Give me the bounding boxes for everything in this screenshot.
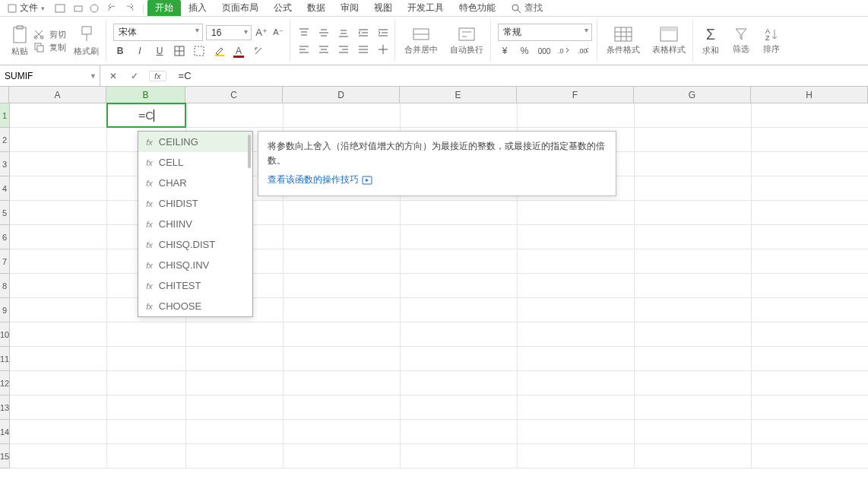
autocomplete-item[interactable]: fxCHIDIST bbox=[138, 193, 252, 214]
number-format-select[interactable]: 常规 bbox=[498, 24, 592, 41]
cell[interactable] bbox=[752, 371, 868, 395]
cell[interactable] bbox=[752, 225, 868, 249]
comma-icon[interactable]: 000 bbox=[537, 44, 551, 58]
cell[interactable] bbox=[186, 420, 284, 443]
cell[interactable] bbox=[107, 444, 186, 468]
increase-decimal-icon[interactable]: .0 bbox=[557, 44, 571, 58]
cell[interactable] bbox=[284, 249, 401, 273]
cell[interactable] bbox=[10, 249, 107, 273]
scrollbar-thumb[interactable] bbox=[248, 135, 251, 168]
autocomplete-item[interactable]: fxCHISQ.INV bbox=[138, 255, 252, 275]
cell[interactable] bbox=[752, 298, 868, 322]
cell[interactable] bbox=[107, 347, 186, 370]
save-icon[interactable] bbox=[54, 3, 68, 14]
fill-color-icon[interactable] bbox=[212, 44, 226, 58]
cut-button[interactable]: 剪切 bbox=[33, 29, 68, 40]
print-icon[interactable] bbox=[72, 3, 86, 14]
align-top-icon[interactable] bbox=[297, 26, 311, 40]
cell[interactable] bbox=[518, 249, 635, 273]
cell[interactable] bbox=[752, 103, 868, 127]
font-name-select[interactable]: 宋体 bbox=[113, 24, 203, 41]
autocomplete-item[interactable]: fxCHOOSE bbox=[138, 296, 252, 316]
cell[interactable] bbox=[635, 176, 752, 200]
filter-button[interactable]: 筛选 bbox=[730, 27, 752, 55]
menubar-tab[interactable]: 特色功能 bbox=[451, 2, 503, 14]
cell[interactable] bbox=[10, 347, 107, 370]
row-header[interactable]: 11 bbox=[0, 347, 9, 371]
decrease-font-icon[interactable]: A⁻ bbox=[271, 26, 285, 40]
row-header[interactable]: 3 bbox=[0, 152, 9, 176]
percent-icon[interactable]: % bbox=[518, 44, 531, 58]
row-header[interactable]: 13 bbox=[0, 395, 9, 420]
cell[interactable] bbox=[401, 420, 518, 443]
row-header[interactable]: 15 bbox=[0, 444, 9, 469]
column-header[interactable]: G bbox=[634, 87, 751, 103]
fx-icon[interactable]: fx bbox=[149, 71, 166, 81]
increase-font-icon[interactable]: A⁺ bbox=[255, 26, 268, 40]
cancel-formula-icon[interactable]: ✕ bbox=[106, 69, 120, 83]
undo-icon[interactable] bbox=[106, 3, 119, 14]
decrease-decimal-icon[interactable]: .00 bbox=[577, 44, 591, 58]
menubar-tab[interactable]: 审阅 bbox=[333, 2, 366, 14]
cell[interactable] bbox=[635, 274, 752, 297]
autocomplete-item[interactable]: fxCHITEST bbox=[138, 275, 252, 296]
cell[interactable] bbox=[635, 298, 752, 322]
chevron-down-icon[interactable]: ▼ bbox=[90, 72, 97, 80]
italic-icon[interactable]: I bbox=[133, 44, 147, 58]
cell[interactable] bbox=[401, 249, 518, 273]
cell[interactable] bbox=[518, 298, 635, 322]
confirm-formula-icon[interactable]: ✓ bbox=[128, 69, 141, 83]
conditional-format-button[interactable]: 条件格式 bbox=[604, 26, 642, 56]
cell[interactable] bbox=[635, 128, 752, 151]
cell[interactable] bbox=[752, 420, 868, 443]
row-header[interactable]: 1 bbox=[0, 103, 9, 128]
name-box-input[interactable] bbox=[5, 71, 95, 81]
cell[interactable] bbox=[284, 371, 401, 395]
cell[interactable] bbox=[10, 274, 107, 297]
cell[interactable] bbox=[635, 225, 752, 249]
font-size-select[interactable]: 16 bbox=[206, 25, 252, 40]
cell[interactable] bbox=[186, 322, 284, 346]
cell[interactable] bbox=[752, 249, 868, 273]
cell[interactable] bbox=[401, 274, 518, 297]
column-header[interactable]: E bbox=[400, 87, 517, 103]
cell[interactable] bbox=[107, 395, 186, 419]
cell[interactable] bbox=[401, 322, 518, 346]
cell[interactable] bbox=[401, 347, 518, 370]
column-header[interactable]: F bbox=[517, 87, 634, 103]
format-painter-icon[interactable] bbox=[79, 24, 94, 44]
cell[interactable] bbox=[186, 444, 284, 468]
cell[interactable] bbox=[10, 420, 107, 443]
cell[interactable] bbox=[752, 201, 868, 224]
align-bottom-icon[interactable] bbox=[337, 26, 350, 40]
select-all-corner[interactable] bbox=[0, 87, 9, 103]
paste-icon[interactable] bbox=[11, 24, 29, 44]
cell[interactable] bbox=[186, 395, 284, 419]
cell[interactable] bbox=[635, 201, 752, 224]
cell[interactable] bbox=[752, 176, 868, 200]
fill-border-icon[interactable] bbox=[192, 44, 206, 58]
cell[interactable] bbox=[518, 395, 635, 419]
cell[interactable] bbox=[401, 225, 518, 249]
cell[interactable] bbox=[284, 274, 401, 297]
cell[interactable] bbox=[10, 128, 107, 151]
autocomplete-item[interactable]: fxCHIINV bbox=[138, 214, 252, 234]
cell[interactable] bbox=[401, 201, 518, 224]
column-header[interactable]: C bbox=[185, 87, 283, 103]
cell[interactable] bbox=[10, 103, 107, 127]
cell[interactable] bbox=[10, 176, 107, 200]
autocomplete-item[interactable]: fxCHISQ.DIST bbox=[138, 234, 252, 255]
decrease-indent-icon[interactable] bbox=[356, 26, 370, 40]
row-header[interactable]: 2 bbox=[0, 128, 9, 152]
cell[interactable] bbox=[518, 274, 635, 297]
cell[interactable] bbox=[284, 347, 401, 370]
tooltip-help-link[interactable]: 查看该函数的操作技巧 bbox=[268, 173, 372, 187]
cell[interactable] bbox=[518, 225, 635, 249]
column-header[interactable]: B bbox=[106, 87, 185, 103]
menubar-tab[interactable]: 公式 bbox=[266, 2, 299, 14]
cell[interactable] bbox=[518, 371, 635, 395]
cell[interactable] bbox=[635, 152, 752, 176]
cell[interactable] bbox=[635, 420, 752, 443]
cell[interactable] bbox=[752, 274, 868, 297]
autocomplete-item[interactable]: fxCELL bbox=[138, 152, 252, 173]
